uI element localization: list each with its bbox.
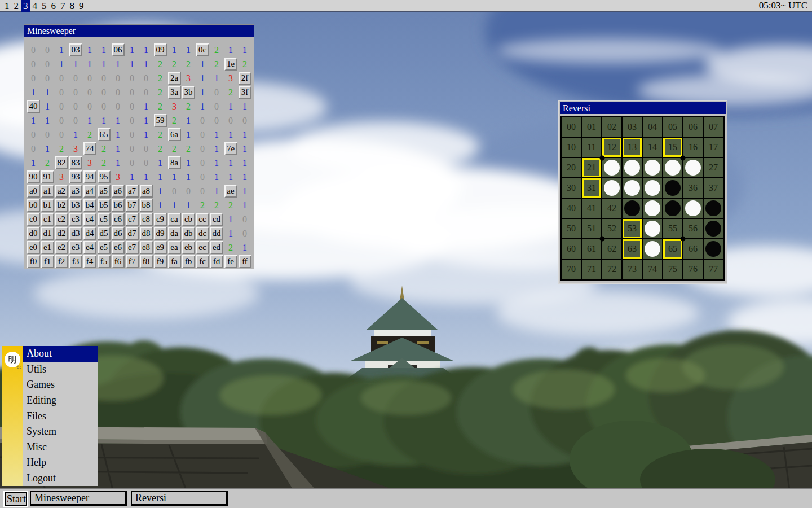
ms-cell-fe[interactable]: fe [224,255,237,268]
ms-cell-e4[interactable]: e4 [83,241,96,254]
ms-cell-d3[interactable]: d3 [69,227,82,240]
ms-cell-d0[interactable]: d0 [27,227,40,240]
ms-cell-d4[interactable]: d4 [83,227,96,240]
reversi-cell-31-highlighted[interactable]: 31 [582,178,601,198]
reversi-cell-43[interactable] [623,199,642,218]
minesweeper-titlebar[interactable]: Minesweeper [24,25,254,37]
reversi-cell-65-highlighted[interactable]: 65 [663,239,682,259]
reversi-cell-40[interactable]: 40 [562,199,581,218]
reversi-cell-12-highlighted[interactable]: 12 [602,138,621,157]
menu-item-misc[interactable]: Misc [23,439,98,455]
menu-item-editing[interactable]: Editing [23,393,98,409]
reversi-cell-16[interactable]: 16 [683,138,703,157]
ms-cell-06[interactable]: 06 [112,43,125,56]
ms-cell-1e[interactable]: 1e [224,58,237,71]
ms-cell-40[interactable]: 40 [27,100,40,113]
ms-cell-fd[interactable]: fd [210,255,223,268]
reversi-titlebar[interactable]: Reversi [560,102,726,114]
ms-cell-ec[interactable]: ec [196,241,209,254]
reversi-cell-01[interactable]: 01 [582,117,601,137]
workspace-6[interactable]: 6 [49,0,59,12]
reversi-cell-22[interactable] [602,158,621,177]
reversi-cell-63-highlighted[interactable]: 63 [623,239,642,259]
ms-cell-f2[interactable]: f2 [55,255,68,268]
ms-cell-09[interactable]: 09 [154,43,167,56]
ms-cell-c2[interactable]: c2 [55,213,68,226]
reversi-cell-36[interactable]: 36 [683,178,703,198]
menu-item-files[interactable]: Files [23,408,98,424]
reversi-cell-52[interactable]: 52 [602,219,621,238]
workspace-4[interactable]: 4 [30,0,40,12]
workspace-7[interactable]: 7 [58,0,68,12]
ms-cell-cb[interactable]: cb [182,213,195,226]
reversi-cell-24[interactable] [643,158,662,177]
menu-item-logout[interactable]: Logout [23,471,98,487]
reversi-cell-05[interactable]: 05 [663,117,682,137]
ms-cell-f3[interactable]: f3 [69,255,82,268]
ms-cell-fa[interactable]: fa [168,255,181,268]
ms-cell-e5[interactable]: e5 [98,241,111,254]
ms-cell-b0[interactable]: b0 [27,199,40,212]
ms-cell-c0[interactable]: c0 [27,213,40,226]
reversi-cell-74[interactable]: 74 [643,260,662,279]
reversi-cell-50[interactable]: 50 [562,219,581,238]
ms-cell-c4[interactable]: c4 [83,213,96,226]
reversi-cell-03[interactable]: 03 [623,117,642,137]
workspace-3[interactable]: 3 [21,0,30,12]
reversi-cell-25[interactable] [663,158,682,177]
ms-cell-e6[interactable]: e6 [112,241,125,254]
ms-cell-f9[interactable]: f9 [154,255,167,268]
reversi-cell-35[interactable] [663,178,682,198]
ms-cell-db[interactable]: db [182,227,195,240]
ms-cell-c5[interactable]: c5 [98,213,111,226]
reversi-cell-64[interactable] [643,239,662,259]
ms-cell-b6[interactable]: b6 [112,199,125,212]
menu-item-games[interactable]: Games [23,377,98,393]
ms-cell-b7[interactable]: b7 [126,199,139,212]
ms-cell-65[interactable]: 65 [98,128,111,141]
reversi-cell-72[interactable]: 72 [602,260,621,279]
ms-cell-eb[interactable]: eb [182,241,195,254]
reversi-cell-53-highlighted[interactable]: 53 [623,219,642,238]
ms-cell-e7[interactable]: e7 [126,241,139,254]
ms-cell-e8[interactable]: e8 [140,241,153,254]
ms-cell-e1[interactable]: e1 [41,241,54,254]
ms-cell-3f[interactable]: 3f [239,86,251,99]
menu-item-about[interactable]: About [23,346,98,362]
ms-cell-fc[interactable]: fc [196,255,209,268]
reversi-cell-32[interactable] [602,178,621,198]
reversi-cell-14[interactable]: 14 [643,138,662,157]
start-button[interactable]: Start [5,492,27,506]
ms-cell-94[interactable]: 94 [83,170,96,183]
reversi-cell-27[interactable]: 27 [704,158,723,177]
reversi-cell-54[interactable] [643,219,662,238]
ms-cell-c1[interactable]: c1 [41,213,54,226]
ms-cell-91[interactable]: 91 [41,170,54,183]
reversi-cell-66[interactable]: 66 [683,239,703,259]
reversi-cell-62[interactable]: 62 [602,239,621,259]
reversi-cell-45[interactable] [663,199,682,218]
reversi-cell-77[interactable]: 77 [704,260,723,279]
ms-cell-2a[interactable]: 2a [168,72,181,85]
ms-cell-ea[interactable]: ea [168,241,181,254]
ms-cell-e9[interactable]: e9 [154,241,167,254]
ms-cell-c6[interactable]: c6 [112,213,125,226]
reversi-cell-41[interactable]: 41 [582,199,601,218]
reversi-cell-56[interactable]: 56 [683,219,703,238]
ms-cell-8a[interactable]: 8a [168,156,181,169]
ms-cell-cc[interactable]: cc [196,213,209,226]
ms-cell-ae[interactable]: ae [224,185,237,198]
reversi-cell-73[interactable]: 73 [623,260,642,279]
reversi-cell-17[interactable]: 17 [704,138,723,157]
menu-item-utils[interactable]: Utils [23,362,98,378]
reversi-cell-44[interactable] [643,199,662,218]
ms-cell-c8[interactable]: c8 [140,213,153,226]
ms-cell-7e[interactable]: 7e [224,142,237,155]
ms-cell-f4[interactable]: f4 [83,255,96,268]
ms-cell-3b[interactable]: 3b [182,86,195,99]
ms-cell-0c[interactable]: 0c [196,43,209,56]
reversi-cell-70[interactable]: 70 [562,260,581,279]
ms-cell-d6[interactable]: d6 [112,227,125,240]
reversi-cell-07[interactable]: 07 [704,117,723,137]
ms-cell-c7[interactable]: c7 [126,213,139,226]
